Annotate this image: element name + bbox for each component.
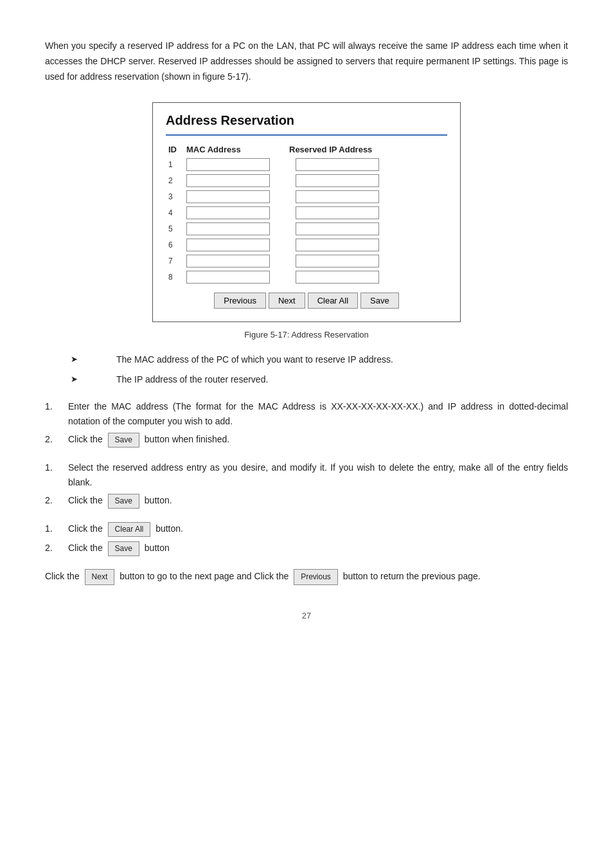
mac-input-3[interactable] bbox=[186, 190, 270, 203]
nav-section: Click the Next button to go to the next … bbox=[45, 569, 568, 584]
save-button[interactable]: Save bbox=[360, 293, 399, 309]
ip-input-5[interactable] bbox=[296, 222, 379, 235]
bullet-text-1: The MAC address of the PC of which you w… bbox=[116, 352, 568, 366]
add-step-2: 2. Click the Save button when finished. bbox=[45, 432, 568, 448]
add-step-1: 1. Enter the MAC address (The format for… bbox=[45, 399, 568, 428]
previous-inline-btn: Previous bbox=[294, 569, 338, 584]
ip-input-7[interactable] bbox=[296, 255, 379, 267]
mac-input-7[interactable] bbox=[186, 255, 270, 267]
next-button[interactable]: Next bbox=[269, 293, 305, 309]
save-inline-btn: Save bbox=[108, 433, 139, 448]
delete-section: 1. Click the Clear All button. 2. Click … bbox=[45, 521, 568, 556]
bullet-arrow-2: ➤ bbox=[71, 373, 78, 386]
col-header-mac: MAC Address bbox=[186, 145, 289, 154]
ip-input-4[interactable] bbox=[296, 206, 379, 219]
figure-container: Address Reservation ID MAC Address Reser… bbox=[45, 102, 568, 339]
col-header-ip: Reserved IP Address bbox=[289, 145, 447, 154]
mac-input-1[interactable] bbox=[186, 158, 270, 171]
table-row: 7 bbox=[166, 255, 447, 267]
col-header-id: ID bbox=[168, 145, 186, 154]
ip-input-1[interactable] bbox=[296, 158, 379, 171]
delete-step-2: 2. Click the Save button bbox=[45, 541, 568, 556]
save-inline-btn-modify: Save bbox=[108, 494, 139, 509]
save-inline-btn-delete: Save bbox=[108, 541, 139, 556]
table-row: 6 bbox=[166, 239, 447, 251]
bullet-section: ➤ The MAC address of the PC of which you… bbox=[71, 352, 568, 386]
clear-all-button[interactable]: Clear All bbox=[308, 293, 358, 309]
reservation-title: Address Reservation bbox=[166, 113, 447, 128]
previous-button[interactable]: Previous bbox=[214, 293, 266, 309]
table-row: 3 bbox=[166, 190, 447, 203]
ip-input-6[interactable] bbox=[296, 239, 379, 251]
table-row: 2 bbox=[166, 174, 447, 187]
page-footer: 27 bbox=[45, 611, 568, 620]
intro-paragraph: When you specify a reserved IP address f… bbox=[45, 39, 568, 84]
modify-step-2: 2. Click the Save button. bbox=[45, 493, 568, 509]
nav-text-before: Click the bbox=[45, 571, 82, 581]
nav-text-middle: button to go to the next page and Click … bbox=[120, 571, 291, 581]
clear-all-inline-btn: Clear All bbox=[108, 522, 151, 537]
table-row: 5 bbox=[166, 222, 447, 235]
ip-input-8[interactable] bbox=[296, 271, 379, 284]
ip-input-3[interactable] bbox=[296, 190, 379, 203]
modify-step-1: 1. Select the reserved address entry as … bbox=[45, 460, 568, 489]
bullet-text-2: The IP address of the router reserved. bbox=[116, 372, 568, 386]
reservation-table-box: Address Reservation ID MAC Address Reser… bbox=[152, 102, 461, 322]
figure-caption: Figure 5-17: Address Reservation bbox=[244, 330, 369, 339]
table-row: 1 bbox=[166, 158, 447, 171]
table-row: 8 bbox=[166, 271, 447, 284]
delete-step-1: 1. Click the Clear All button. bbox=[45, 521, 568, 537]
ip-input-2[interactable] bbox=[296, 174, 379, 187]
title-divider bbox=[166, 134, 447, 136]
mac-input-2[interactable] bbox=[186, 174, 270, 187]
mac-input-5[interactable] bbox=[186, 222, 270, 235]
bullet-arrow-1: ➤ bbox=[71, 353, 78, 366]
table-row: 4 bbox=[166, 206, 447, 219]
page-number: 27 bbox=[302, 611, 311, 620]
mac-input-6[interactable] bbox=[186, 239, 270, 251]
modify-section: 1. Select the reserved address entry as … bbox=[45, 460, 568, 509]
action-buttons: Previous Next Clear All Save bbox=[166, 293, 447, 309]
mac-input-8[interactable] bbox=[186, 271, 270, 284]
mac-input-4[interactable] bbox=[186, 206, 270, 219]
nav-text-after: button to return the previous page. bbox=[343, 571, 481, 581]
table-header: ID MAC Address Reserved IP Address bbox=[166, 145, 447, 154]
bullet-item-mac: ➤ The MAC address of the PC of which you… bbox=[71, 352, 568, 366]
bullet-item-ip: ➤ The IP address of the router reserved. bbox=[71, 372, 568, 386]
add-section: 1. Enter the MAC address (The format for… bbox=[45, 399, 568, 448]
next-inline-btn: Next bbox=[85, 569, 115, 584]
